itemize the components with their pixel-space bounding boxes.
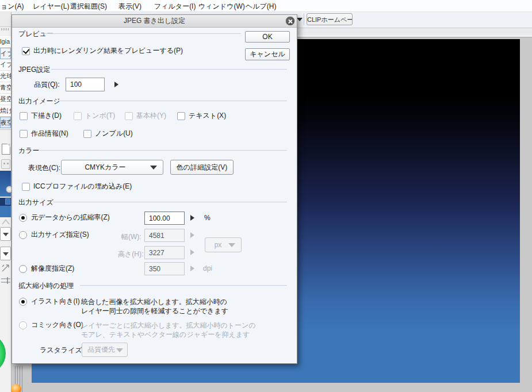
palette-item[interactable]: 青空 bbox=[0, 82, 11, 94]
illustration-desc-line1: 統合した画像を拡大縮小します。拡大縮小時の bbox=[81, 297, 227, 307]
app-mascot-icon bbox=[11, 384, 21, 392]
radio-icon[interactable] bbox=[19, 321, 27, 329]
page-number-checkbox[interactable]: ノンブル(U) bbox=[83, 129, 133, 138]
scale-ratio-radio[interactable]: 元データからの拡縮率(Z) bbox=[19, 213, 110, 222]
preview-checkbox[interactable]: 出力時にレンダリング結果をプレビューする(P) bbox=[22, 47, 183, 55]
unit-dropdown: px bbox=[205, 237, 242, 252]
menu-view[interactable]: 表示(V) bbox=[118, 2, 141, 11]
output-size-radio[interactable]: 出力サイズ指定(S) bbox=[19, 230, 89, 239]
palette-dropdown-1[interactable] bbox=[0, 227, 11, 241]
expression-color-dropdown[interactable]: CMYKカラー bbox=[61, 160, 163, 175]
menu-help[interactable]: ヘルプ(H) bbox=[246, 2, 277, 11]
draft-checkbox[interactable]: 下描き(D) bbox=[20, 112, 62, 120]
color-detail-settings-button[interactable]: 色の詳細設定(V) bbox=[170, 160, 234, 175]
text-checkbox[interactable]: テキスト(X) bbox=[177, 112, 226, 120]
scatter-tool-icon[interactable] bbox=[1, 263, 11, 274]
scale-spinner-icon[interactable] bbox=[190, 215, 194, 221]
cancel-button[interactable]: キャンセル bbox=[245, 48, 290, 60]
icc-profile-checkbox[interactable]: ICCプロファイルの埋め込み(E) bbox=[22, 182, 132, 191]
checkbox-label: トンボ(T) bbox=[85, 111, 115, 121]
resolution-input: 350 bbox=[144, 262, 185, 275]
section-rule bbox=[39, 150, 287, 151]
menu-layer[interactable]: レイヤー(L) bbox=[33, 2, 70, 11]
illustration-radio[interactable]: イラスト向き(I) bbox=[19, 297, 80, 306]
chevron-down-icon[interactable] bbox=[297, 18, 303, 21]
palette-item[interactable]: イブ bbox=[0, 59, 11, 71]
resolution-radio[interactable]: 解像度指定(Z) bbox=[19, 264, 74, 273]
ok-button[interactable]: OK bbox=[245, 31, 290, 43]
chevron-down-icon bbox=[228, 243, 235, 247]
section-header-output-image: 出力イメージ bbox=[18, 97, 60, 106]
radio-icon[interactable] bbox=[19, 265, 27, 273]
section-rule bbox=[51, 69, 287, 70]
radio-label: 解像度指定(Z) bbox=[31, 264, 74, 274]
checkbox-label: 下描き(D) bbox=[31, 111, 62, 121]
work-info-checkbox[interactable]: 作品情報(N) bbox=[20, 129, 68, 138]
checkbox-icon bbox=[125, 112, 133, 120]
expression-color-label: 表現色(C): bbox=[28, 163, 60, 173]
menu-selection[interactable]: 選択範囲(S) bbox=[70, 2, 107, 11]
menu-window[interactable]: ウィンドウ(W) bbox=[198, 2, 245, 11]
checkbox-icon[interactable] bbox=[22, 183, 30, 191]
checkbox-icon bbox=[74, 112, 82, 120]
radio-checked-icon[interactable] bbox=[19, 298, 27, 306]
height-input: 3227 bbox=[144, 246, 185, 259]
checkbox-icon[interactable] bbox=[177, 112, 185, 120]
section-rule bbox=[44, 33, 241, 34]
percent-unit-label: % bbox=[204, 214, 210, 222]
comic-radio[interactable]: コミック向き(O) bbox=[19, 321, 83, 329]
checkbox-label: 作品情報(N) bbox=[31, 129, 68, 139]
basic-frame-checkbox: 基本枠(Y) bbox=[125, 112, 166, 120]
dpi-unit-label: dpi bbox=[203, 264, 212, 272]
quality-input[interactable]: 100 bbox=[66, 78, 105, 91]
height-spinner-icon bbox=[190, 249, 194, 255]
section-rule bbox=[80, 285, 287, 286]
section-header-jpeg: JPEG設定 bbox=[18, 65, 50, 75]
palette-item-selected[interactable]: 夜空 bbox=[0, 117, 11, 128]
comic-desc-line2: モアレ、テキストやベクター線のジャギーを抑えます bbox=[81, 330, 250, 340]
quality-spinner-icon[interactable] bbox=[114, 82, 118, 87]
resolution-spinner-icon bbox=[190, 266, 194, 271]
palette-item[interactable]: イブ bbox=[0, 48, 11, 59]
radio-checked-icon[interactable] bbox=[19, 214, 27, 222]
menu-animation[interactable]: ョン(A) bbox=[1, 2, 24, 11]
gradient-palette-panel: lgia イブ イブ 光球 青空 昼空 焼け 夜空 bbox=[0, 11, 12, 392]
width-input: 4581 bbox=[144, 229, 185, 242]
palette-item[interactable]: 光球 bbox=[0, 71, 11, 82]
checkbox-label: ICCプロファイルの埋め込み(E) bbox=[33, 182, 132, 191]
palette-item[interactable]: lgia bbox=[0, 36, 11, 48]
palette-item[interactable]: 焼け bbox=[0, 105, 11, 117]
radio-icon[interactable] bbox=[19, 231, 27, 239]
scale-ratio-input[interactable]: 100.00 bbox=[144, 212, 185, 225]
palette-item[interactable]: 昼空 bbox=[0, 94, 11, 105]
gradient-color-chip-blue[interactable] bbox=[0, 206, 11, 217]
checkbox-icon[interactable] bbox=[20, 130, 28, 138]
checkbox-label: テキスト(X) bbox=[189, 111, 226, 121]
radio-label: 出力サイズ指定(S) bbox=[31, 230, 89, 240]
menu-filter[interactable]: フィルター(I) bbox=[154, 2, 196, 11]
slider-rail-icon[interactable] bbox=[1, 276, 11, 285]
section-rule bbox=[58, 101, 287, 101]
gradient-node-marker-icon[interactable] bbox=[2, 219, 10, 224]
chevron-down-icon bbox=[150, 166, 157, 170]
dropdown-value: CMYKカラー bbox=[85, 163, 125, 172]
gradient-color-chip-inner bbox=[5, 198, 10, 205]
checkbox-label: ノンブル(U) bbox=[95, 129, 133, 139]
clip-homepage-button[interactable]: CLIPホームページ bbox=[307, 13, 353, 25]
new-page-icon[interactable] bbox=[2, 144, 10, 155]
drag-handle-icon[interactable] bbox=[1, 28, 10, 30]
settings-widget-icon[interactable] bbox=[1, 159, 10, 169]
jpeg-export-dialog: JPEG 書き出し設定 OK キャンセル プレビュー 出力時にレンダリング結果を… bbox=[12, 14, 297, 364]
checkbox-icon[interactable] bbox=[20, 112, 28, 120]
palette-dropdown-2[interactable] bbox=[0, 247, 11, 260]
checkbox-checked-icon[interactable] bbox=[22, 47, 30, 55]
palette-separator bbox=[0, 129, 11, 130]
comic-desc-line1: レイヤーごとに拡大縮小します。拡大縮小時のトーンの bbox=[81, 321, 256, 330]
toolbar-divider bbox=[304, 13, 304, 25]
gradient-color-chip-dark[interactable] bbox=[0, 198, 11, 206]
checkbox-icon[interactable] bbox=[83, 130, 91, 138]
illustration-desc-line2: レイヤー同士の隙間を軽減することができます bbox=[81, 306, 228, 316]
menu-bar: ョン(A) レイヤー(L) 選択範囲(S) 表示(V) フィルター(I) ウィン… bbox=[0, 0, 532, 12]
height-label: 高さ(H): bbox=[118, 249, 143, 259]
close-icon[interactable] bbox=[285, 16, 295, 26]
